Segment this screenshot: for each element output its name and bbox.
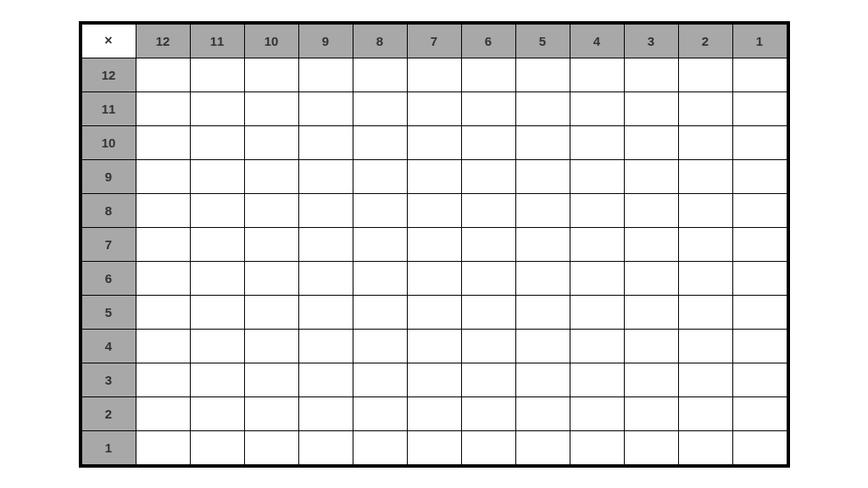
grid-cell — [624, 58, 678, 92]
grid-cell — [515, 363, 570, 396]
grid-cell — [732, 329, 787, 363]
grid-cell — [353, 125, 407, 159]
grid-cell — [190, 261, 244, 295]
grid-cell — [353, 363, 407, 396]
grid-cell — [461, 295, 515, 329]
row-header: 7 — [81, 227, 136, 261]
row-header: 5 — [81, 295, 136, 329]
grid-cell — [298, 363, 353, 396]
grid-cell — [678, 92, 732, 125]
col-header: 4 — [570, 24, 624, 58]
col-header: 10 — [244, 24, 298, 58]
grid-cell — [624, 430, 678, 464]
table-row: 1 — [81, 430, 787, 464]
grid-cell — [190, 92, 244, 125]
grid-cell — [570, 159, 624, 193]
grid-cell — [678, 261, 732, 295]
grid-cell — [298, 58, 353, 92]
col-header: 8 — [353, 24, 407, 58]
grid-cell — [570, 193, 624, 227]
grid-cell — [570, 295, 624, 329]
grid-cell — [515, 92, 570, 125]
grid-cell — [136, 193, 190, 227]
row-header: 9 — [81, 159, 136, 193]
grid-cell — [298, 295, 353, 329]
grid-cell — [515, 125, 570, 159]
grid-cell — [515, 329, 570, 363]
grid-cell — [407, 58, 461, 92]
col-header: 5 — [515, 24, 570, 58]
header-row: × 12 11 10 9 8 7 6 5 4 3 2 1 — [81, 24, 787, 58]
grid-cell — [570, 92, 624, 125]
grid-cell — [244, 396, 298, 430]
grid-cell — [190, 227, 244, 261]
table-row: 2 — [81, 396, 787, 430]
table-row: 5 — [81, 295, 787, 329]
col-header: 7 — [407, 24, 461, 58]
grid-cell — [624, 227, 678, 261]
grid-cell — [732, 227, 787, 261]
grid-cell — [732, 261, 787, 295]
grid-cell — [190, 58, 244, 92]
grid-cell — [407, 125, 461, 159]
col-header: 3 — [624, 24, 678, 58]
grid-cell — [570, 227, 624, 261]
table-body: 121110987654321 — [81, 58, 787, 464]
grid-cell — [190, 193, 244, 227]
grid-cell — [624, 193, 678, 227]
grid-cell — [353, 227, 407, 261]
grid-cell — [678, 329, 732, 363]
grid-cell — [190, 396, 244, 430]
grid-cell — [461, 329, 515, 363]
grid-cell — [678, 227, 732, 261]
grid-cell — [353, 295, 407, 329]
grid-cell — [244, 58, 298, 92]
grid-cell — [732, 193, 787, 227]
col-header: 9 — [298, 24, 353, 58]
grid-cell — [136, 329, 190, 363]
grid-cell — [624, 295, 678, 329]
grid-cell — [678, 125, 732, 159]
grid-cell — [732, 430, 787, 464]
grid-cell — [570, 261, 624, 295]
grid-cell — [298, 396, 353, 430]
grid-cell — [461, 125, 515, 159]
grid-cell — [678, 193, 732, 227]
grid-cell — [515, 159, 570, 193]
grid-cell — [244, 261, 298, 295]
grid-cell — [461, 363, 515, 396]
row-header: 12 — [81, 58, 136, 92]
grid-cell — [732, 363, 787, 396]
grid-table: × 12 11 10 9 8 7 6 5 4 3 2 1 12111098765… — [81, 24, 787, 465]
grid-cell — [515, 193, 570, 227]
table-row: 10 — [81, 125, 787, 159]
grid-cell — [515, 430, 570, 464]
grid-cell — [624, 396, 678, 430]
grid-cell — [244, 363, 298, 396]
table-row: 3 — [81, 363, 787, 396]
grid-cell — [678, 396, 732, 430]
grid-cell — [244, 295, 298, 329]
grid-cell — [570, 58, 624, 92]
grid-cell — [353, 396, 407, 430]
grid-cell — [624, 363, 678, 396]
grid-cell — [515, 396, 570, 430]
grid-cell — [570, 430, 624, 464]
grid-cell — [407, 159, 461, 193]
grid-cell — [190, 295, 244, 329]
grid-cell — [515, 261, 570, 295]
grid-cell — [624, 159, 678, 193]
grid-cell — [678, 363, 732, 396]
grid-cell — [136, 261, 190, 295]
grid-cell — [298, 227, 353, 261]
grid-cell — [678, 430, 732, 464]
grid-cell — [678, 295, 732, 329]
row-header: 10 — [81, 125, 136, 159]
grid-cell — [624, 92, 678, 125]
grid-cell — [136, 227, 190, 261]
grid-cell — [461, 58, 515, 92]
grid-cell — [407, 329, 461, 363]
table-row: 9 — [81, 159, 787, 193]
grid-cell — [353, 159, 407, 193]
grid-cell — [407, 430, 461, 464]
